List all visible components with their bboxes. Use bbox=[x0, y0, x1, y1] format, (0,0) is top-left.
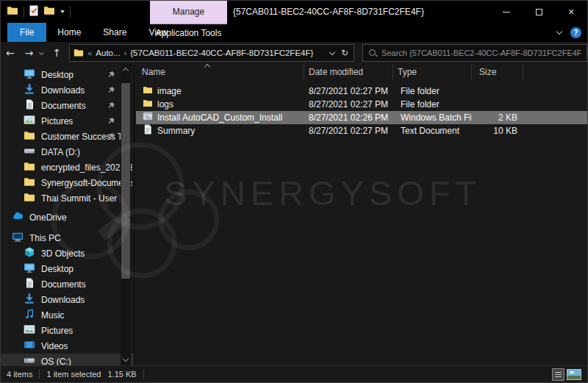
sidebar-item-label: Pictures bbox=[41, 116, 73, 126]
back-button[interactable]: ← bbox=[1, 48, 20, 58]
scroll-down-icon[interactable] bbox=[123, 356, 129, 362]
sidebar-item-data-drive[interactable]: DATA (D:) bbox=[1, 144, 134, 160]
file-row-install-autocad[interactable]: Install AutoCAD_Custom_Install 8/27/2021… bbox=[136, 111, 587, 124]
ribbon-right-controls: ? bbox=[557, 23, 581, 42]
sidebar-scrollbar[interactable] bbox=[121, 64, 131, 365]
toolbar-divider bbox=[70, 7, 71, 18]
this-pc-icon bbox=[12, 231, 24, 245]
sidebar-item-customer-success[interactable]: Customer Success Te bbox=[1, 129, 134, 144]
folder-icon[interactable] bbox=[43, 5, 55, 18]
search-input[interactable] bbox=[381, 49, 581, 57]
file-type: File folder bbox=[393, 85, 472, 98]
status-divider bbox=[39, 370, 40, 379]
file-name: image bbox=[157, 85, 182, 98]
file-size: 2 KB bbox=[472, 111, 523, 124]
tab-file[interactable]: File bbox=[7, 23, 46, 42]
column-header-date-modified[interactable]: Date modified bbox=[304, 64, 393, 80]
scroll-up-icon[interactable] bbox=[123, 68, 129, 74]
minimize-button[interactable] bbox=[490, 1, 523, 23]
items-count: 4 items bbox=[7, 370, 32, 379]
file-type: Text Document bbox=[393, 124, 472, 137]
sidebar-item-label: OS (C:) bbox=[41, 357, 71, 366]
file-row-logs[interactable]: logs 8/27/2021 02:27 PM File folder bbox=[136, 98, 587, 111]
sidebar-item-label: Desktop bbox=[41, 70, 74, 80]
sidebar-item-label: OneDrive bbox=[29, 212, 67, 223]
sidebar-item-desktop[interactable]: Desktop bbox=[1, 67, 134, 82]
refresh-icon[interactable]: ↻ bbox=[341, 49, 348, 57]
sidebar-item-label: Desktop bbox=[41, 264, 74, 274]
file-date: 8/27/2021 02:27 PM bbox=[304, 85, 393, 98]
maximize-button[interactable] bbox=[523, 1, 555, 23]
folder-icon bbox=[24, 130, 35, 143]
close-button[interactable]: × bbox=[555, 1, 587, 23]
column-header-name[interactable]: Name bbox=[136, 64, 304, 80]
address-bar[interactable]: « Auto... › {57CAB011-BEC2-40CC-AF8F-8D7… bbox=[69, 44, 354, 62]
documents-icon bbox=[24, 277, 35, 291]
sidebar-item-label: Pictures bbox=[41, 326, 73, 336]
sidebar-item-pictures[interactable]: Pictures bbox=[1, 113, 134, 129]
file-rows: image 8/27/2021 02:27 PM File folder log… bbox=[136, 85, 587, 137]
scrollbar-thumb[interactable] bbox=[121, 83, 130, 279]
pictures-icon bbox=[24, 323, 35, 337]
music-icon bbox=[24, 308, 35, 322]
sidebar-item-label: Videos bbox=[41, 341, 68, 351]
file-date: 8/27/2021 02:27 PM bbox=[304, 98, 393, 111]
file-type: Windows Batch File bbox=[393, 111, 472, 124]
sidebar-item-label: Thai Summit - User bbox=[41, 193, 117, 204]
sidebar-item-downloads[interactable]: Downloads bbox=[1, 82, 134, 98]
sidebar-item-onedrive[interactable]: OneDrive bbox=[1, 210, 134, 225]
recent-locations-chevron-icon[interactable] bbox=[39, 49, 44, 54]
file-row-image[interactable]: image 8/27/2021 02:27 PM File folder bbox=[136, 85, 587, 98]
tab-application-tools[interactable]: Application Tools bbox=[150, 23, 227, 42]
sidebar-item-synergysoft-documents[interactable]: Synergysoft-Documents bbox=[1, 175, 134, 190]
qat-customize-chevron-icon[interactable] bbox=[60, 10, 65, 13]
breadcrumb-overflow-icon[interactable]: « bbox=[87, 49, 92, 57]
file-row-summary[interactable]: Summary 8/27/2021 02:27 PM Text Document… bbox=[136, 124, 587, 137]
3d-cube-icon bbox=[24, 246, 35, 260]
downloads-icon bbox=[24, 83, 35, 97]
sidebar-item-documents[interactable]: Documents bbox=[1, 98, 134, 113]
up-button[interactable]: ↑ bbox=[47, 48, 66, 58]
sidebar-item-3d-objects[interactable]: 3D Objects bbox=[1, 246, 134, 261]
view-switcher bbox=[552, 368, 581, 381]
breadcrumb-parent[interactable]: Auto... bbox=[96, 49, 120, 57]
breadcrumb-current-folder[interactable]: {57CAB011-BEC2-40CC-AF8F-8D731FC2FE4F} bbox=[130, 49, 326, 57]
os-drive-icon bbox=[24, 354, 35, 365]
tab-share[interactable]: Share bbox=[92, 23, 137, 42]
batch-file-icon bbox=[143, 111, 153, 125]
sidebar-item-encrypted-files[interactable]: encrypted_files_2021080 bbox=[1, 160, 134, 175]
content-area: Desktop Downloads Documents Pictures Cus bbox=[1, 64, 587, 365]
window-controls: × bbox=[490, 1, 587, 23]
sidebar-item-desktop-pc[interactable]: Desktop bbox=[1, 261, 134, 276]
help-icon[interactable]: ? bbox=[570, 27, 581, 38]
collapse-ribbon-chevron-icon[interactable] bbox=[556, 28, 562, 34]
sidebar-item-os-c-drive[interactable]: OS (C:) bbox=[1, 354, 134, 365]
forward-button[interactable]: → bbox=[20, 48, 39, 58]
address-dropdown-chevron-icon[interactable] bbox=[329, 49, 335, 54]
properties-checklist-icon[interactable] bbox=[29, 5, 38, 19]
tab-manage[interactable]: Manage bbox=[150, 1, 227, 23]
folder-icon bbox=[143, 85, 153, 98]
sidebar-item-videos[interactable]: Videos bbox=[1, 338, 134, 354]
sidebar-item-documents-pc[interactable]: Documents bbox=[1, 276, 134, 292]
folder-icon[interactable] bbox=[7, 5, 18, 18]
file-explorer-window: Manage {57CAB011-BEC2-40CC-AF8F-8D731FC2… bbox=[0, 0, 588, 383]
sidebar-item-thai-summit[interactable]: Thai Summit - User bbox=[1, 190, 134, 206]
sidebar-item-label: encrypted_files_2021080 bbox=[41, 162, 132, 173]
sidebar-item-pictures-pc[interactable]: Pictures bbox=[1, 323, 134, 338]
thumbnails-view-button[interactable] bbox=[567, 369, 581, 380]
sidebar-item-music[interactable]: Music bbox=[1, 307, 134, 323]
column-header-size[interactable]: Size bbox=[472, 64, 523, 80]
breadcrumb-separator-icon: › bbox=[124, 49, 127, 57]
navigation-pane: Desktop Downloads Documents Pictures Cus bbox=[1, 64, 135, 365]
file-name: Summary bbox=[157, 124, 195, 137]
window-title: {57CAB011-BEC2-40CC-AF8F-8D731FC2FE4F} bbox=[233, 1, 424, 23]
sidebar-item-this-pc[interactable]: This PC bbox=[1, 230, 134, 246]
details-view-button[interactable] bbox=[552, 368, 564, 381]
folder-icon bbox=[24, 161, 35, 173]
column-header-type[interactable]: Type bbox=[393, 64, 472, 80]
folder-icon bbox=[74, 48, 84, 59]
search-box[interactable] bbox=[362, 44, 587, 62]
sidebar-item-downloads-pc[interactable]: Downloads bbox=[1, 292, 134, 307]
tab-home[interactable]: Home bbox=[46, 23, 92, 42]
